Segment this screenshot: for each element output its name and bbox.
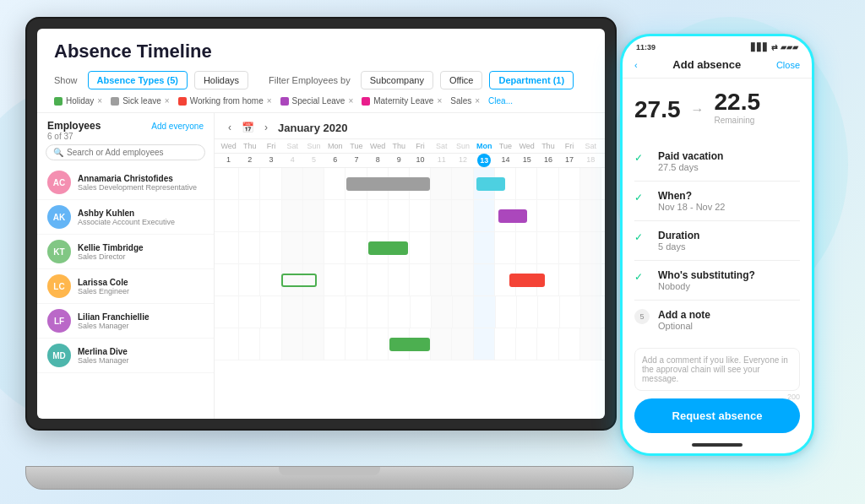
absence-types-btn[interactable]: Absence Types (5) bbox=[88, 71, 188, 89]
cal-cell bbox=[580, 168, 601, 199]
search-input[interactable] bbox=[67, 148, 198, 157]
note-content: Add a note Optional bbox=[658, 309, 800, 331]
employee-role: Sales Director bbox=[78, 252, 204, 261]
day-num: 5 bbox=[303, 154, 324, 167]
tag-maternity: Maternity Leave × bbox=[362, 96, 442, 106]
cal-cell bbox=[431, 264, 452, 295]
phone-screen: 11:39 ▋▋▋ ⇄ ▰▰▰ ‹ Add absence Close 27.5… bbox=[620, 34, 814, 456]
tag-wfh-label: Working from home bbox=[190, 96, 264, 106]
phone-status-bar: 11:39 ▋▋▋ ⇄ ▰▰▰ bbox=[623, 36, 812, 55]
day-num: 16 bbox=[537, 154, 558, 167]
phone-body: 27.5 → 22.5 Remaining ✓ Paid vacation 27… bbox=[623, 79, 812, 411]
day-header: Thu bbox=[537, 139, 558, 153]
laptop: Absence Timeline Show Absence Types (5) … bbox=[25, 17, 634, 490]
cal-cell bbox=[453, 296, 474, 328]
cal-cell bbox=[559, 168, 580, 199]
duration-value: 5 days bbox=[658, 241, 800, 252]
prev-month-btn[interactable]: ‹ bbox=[225, 120, 235, 135]
office-btn[interactable]: Office bbox=[440, 71, 483, 89]
back-btn[interactable]: ‹ bbox=[634, 60, 638, 70]
day-num: 18 bbox=[580, 154, 601, 167]
employees-title-group: Employees 6 of 37 bbox=[47, 120, 101, 141]
cal-cell bbox=[410, 232, 431, 263]
calendar-month: January 2020 bbox=[278, 122, 347, 134]
cal-cell bbox=[410, 200, 431, 231]
absence-bar-purple bbox=[498, 209, 527, 223]
cal-cell bbox=[218, 296, 239, 328]
sub-value: Nobody bbox=[658, 281, 800, 291]
cal-cell bbox=[410, 264, 431, 295]
cal-cell bbox=[516, 232, 537, 263]
table-row: AK Ashby Kuhlen Associate Account Execut… bbox=[37, 200, 214, 235]
tag-special: Special Leave × bbox=[280, 96, 354, 106]
cal-cell bbox=[367, 200, 389, 231]
check-icon-duration: ✓ bbox=[634, 231, 650, 247]
day-header: Thu bbox=[389, 139, 410, 153]
subcompany-btn[interactable]: Subcompany bbox=[361, 71, 433, 89]
main-area: Employees 6 of 37 Add everyone 🔍 AC bbox=[37, 113, 605, 419]
tag-holiday-x[interactable]: × bbox=[97, 96, 102, 106]
calendar-icon: 📅 bbox=[242, 122, 254, 133]
note-area[interactable]: Add a comment if you like. Everyone in t… bbox=[634, 348, 800, 391]
employees-count: 6 of 37 bbox=[47, 132, 101, 141]
phone-time: 11:39 bbox=[636, 43, 656, 51]
cal-cell bbox=[367, 296, 389, 328]
cal-cell bbox=[495, 328, 516, 360]
cal-cell bbox=[324, 328, 345, 360]
tag-sales-x[interactable]: × bbox=[475, 96, 480, 106]
close-btn[interactable]: Close bbox=[776, 60, 800, 70]
day-num: 3 bbox=[260, 154, 281, 167]
cal-cell bbox=[389, 296, 410, 328]
tag-wfh-x[interactable]: × bbox=[267, 96, 272, 106]
tag-maternity-x[interactable]: × bbox=[437, 96, 442, 106]
department-btn[interactable]: Department (1) bbox=[489, 71, 574, 89]
employee-role: Sales Manager bbox=[78, 322, 204, 330]
table-row: AC Annamaria Christofides Sales Developm… bbox=[37, 165, 214, 200]
cal-cell bbox=[431, 200, 452, 231]
phone-title: Add absence bbox=[672, 58, 741, 71]
next-month-btn[interactable]: › bbox=[261, 120, 271, 135]
cal-cell bbox=[239, 232, 260, 263]
cal-cell bbox=[239, 264, 260, 295]
tag-special-label: Special Leave bbox=[292, 96, 345, 106]
request-absence-btn[interactable]: Request absence bbox=[634, 398, 800, 433]
cal-cell bbox=[559, 200, 580, 231]
tag-sick-x[interactable]: × bbox=[165, 96, 170, 106]
calendar-row bbox=[215, 200, 605, 232]
cal-cell bbox=[452, 200, 473, 231]
tag-sick-label: Sick leave bbox=[122, 96, 161, 106]
cal-cell bbox=[559, 264, 580, 295]
available-days-group: 27.5 bbox=[634, 96, 681, 123]
vacation-title: Paid vacation bbox=[658, 150, 800, 162]
tag-wfh: Working from home × bbox=[178, 96, 272, 106]
cal-cell bbox=[516, 168, 537, 199]
clear-btn[interactable]: Clea... bbox=[488, 96, 513, 106]
holidays-btn[interactable]: Holidays bbox=[194, 71, 248, 89]
cal-cell bbox=[581, 296, 601, 328]
employees-header: Employees 6 of 37 Add everyone bbox=[37, 113, 214, 144]
day-header: Fri bbox=[410, 139, 431, 153]
absence-bar-green bbox=[368, 241, 408, 255]
cal-cell bbox=[346, 296, 367, 328]
laptop-screen: Absence Timeline Show Absence Types (5) … bbox=[25, 17, 617, 431]
cal-cell bbox=[580, 328, 601, 360]
add-everyone-btn[interactable]: Add everyone bbox=[151, 122, 204, 131]
cal-cell bbox=[260, 168, 281, 199]
calendar-row bbox=[215, 328, 605, 360]
cal-cell bbox=[303, 296, 324, 328]
available-days: 27.5 bbox=[634, 96, 681, 123]
cal-cell bbox=[260, 200, 281, 231]
holiday-dot bbox=[54, 97, 63, 106]
avatar: LF bbox=[47, 309, 71, 333]
employee-info: Lilian Franchiellie Sales Manager bbox=[78, 312, 204, 330]
search-box[interactable]: 🔍 bbox=[46, 144, 205, 160]
day-header: Sun bbox=[303, 139, 324, 153]
tag-special-x[interactable]: × bbox=[348, 96, 353, 106]
cal-cell bbox=[389, 264, 410, 295]
day-num: 9 bbox=[389, 154, 410, 167]
cal-cell bbox=[495, 232, 516, 263]
day-num: 7 bbox=[345, 154, 367, 167]
cal-cell bbox=[324, 200, 345, 231]
day-num-row: 1 2 3 4 5 6 7 8 9 10 11 12 bbox=[215, 154, 605, 168]
day-num: 15 bbox=[516, 154, 537, 167]
